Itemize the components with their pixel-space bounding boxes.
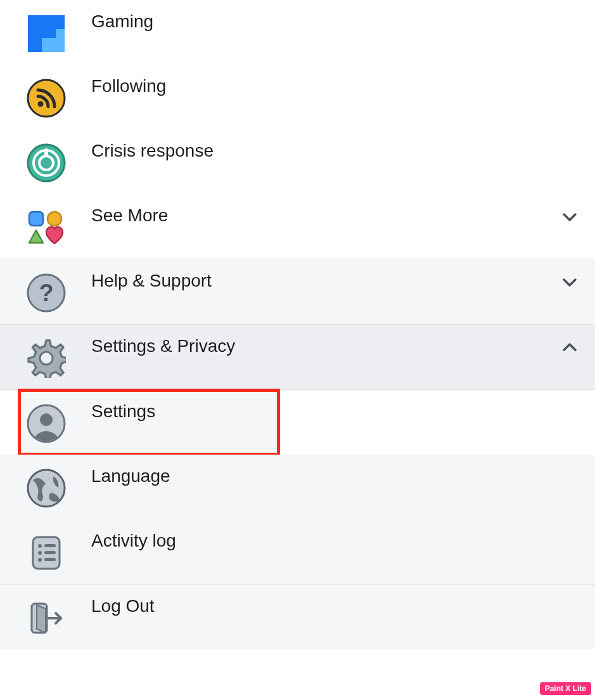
- menu-item-help-support[interactable]: ? Help & Support: [0, 259, 595, 324]
- menu-item-gaming[interactable]: Gaming: [0, 0, 595, 65]
- following-icon: [24, 76, 68, 120]
- menu-item-label: Gaming: [91, 9, 582, 32]
- help-icon: ?: [24, 271, 68, 315]
- menu-item-label: Activity log: [91, 528, 582, 552]
- menu-item-label: Language: [91, 463, 582, 487]
- svg-rect-3: [42, 29, 56, 38]
- svg-rect-10: [29, 212, 43, 226]
- svg-point-5: [38, 101, 44, 107]
- svg-point-20: [38, 544, 42, 548]
- svg-text:?: ?: [39, 280, 53, 306]
- svg-rect-9: [44, 148, 48, 157]
- svg-point-18: [28, 470, 65, 507]
- menu-item-activity-log[interactable]: Activity log: [0, 519, 595, 584]
- see-more-icon: [24, 205, 68, 250]
- menu-item-label: Settings: [91, 399, 266, 422]
- menu-item-label: Crisis response: [91, 138, 582, 162]
- menu-item-label: Settings & Privacy: [91, 334, 557, 357]
- svg-point-14: [40, 352, 53, 365]
- chevron-down-icon: [557, 204, 582, 230]
- menu-item-label: See More: [91, 203, 557, 226]
- menu-item-label: Help & Support: [91, 268, 557, 292]
- menu-item-following[interactable]: Following: [0, 65, 595, 129]
- menu-item-settings-privacy[interactable]: Settings & Privacy: [0, 324, 595, 390]
- logout-icon: [24, 596, 68, 640]
- menu-item-crisis-response[interactable]: Crisis response: [0, 129, 595, 194]
- chevron-down-icon: [557, 269, 582, 295]
- svg-rect-25: [44, 558, 56, 561]
- svg-rect-23: [44, 551, 56, 554]
- navigation-menu: Gaming Following Crisis response: [0, 0, 595, 649]
- crisis-response-icon: [24, 141, 68, 185]
- gear-icon: [24, 336, 68, 380]
- svg-point-22: [38, 551, 42, 555]
- profile-icon: [24, 401, 68, 446]
- menu-item-see-more[interactable]: See More: [0, 194, 595, 259]
- globe-icon: [24, 466, 68, 510]
- menu-item-language[interactable]: Language: [0, 455, 595, 519]
- menu-item-label: Log Out: [91, 593, 582, 617]
- menu-item-settings[interactable]: Settings: [19, 390, 279, 455]
- svg-point-16: [40, 413, 53, 426]
- menu-item-log-out[interactable]: Log Out: [0, 584, 595, 649]
- svg-point-24: [38, 558, 42, 562]
- activity-log-icon: [24, 531, 68, 575]
- menu-item-label: Following: [91, 74, 582, 97]
- gaming-icon: [24, 11, 68, 56]
- svg-point-11: [48, 212, 61, 226]
- chevron-up-icon: [557, 335, 582, 360]
- svg-rect-21: [44, 544, 56, 547]
